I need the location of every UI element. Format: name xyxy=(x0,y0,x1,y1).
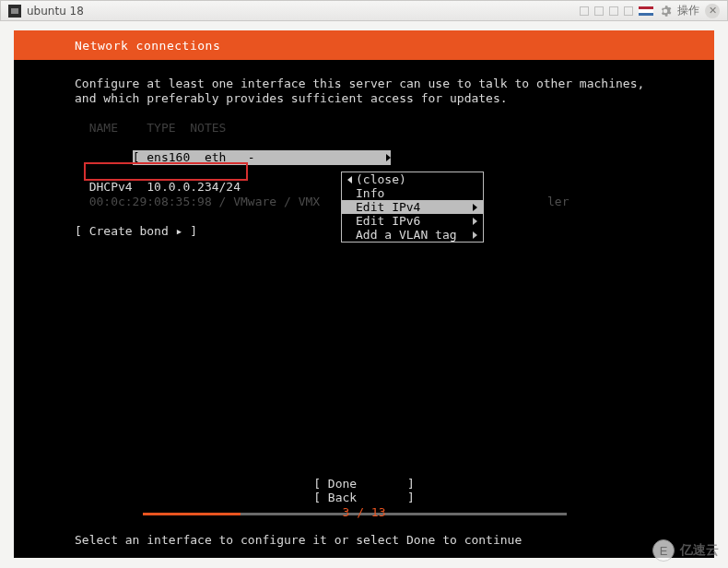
instruction-line-2: and which preferably provides sufficient… xyxy=(75,91,653,106)
menu-edit-ipv4[interactable]: Edit IPv4 xyxy=(342,200,483,214)
table-header: NAME TYPE NOTES xyxy=(75,121,653,136)
chevron-left-icon xyxy=(347,176,352,183)
action-label[interactable]: 操作 xyxy=(677,3,699,18)
menu-info[interactable]: Info xyxy=(342,186,483,200)
flag-icon[interactable] xyxy=(639,6,653,16)
vm-icon xyxy=(8,5,21,18)
gear-icon[interactable] xyxy=(659,5,672,18)
chevron-right-icon xyxy=(386,154,391,161)
watermark-text: 亿速云 xyxy=(680,542,719,559)
watermark-logo-icon: E xyxy=(652,539,675,562)
menu-close[interactable]: (close) xyxy=(342,172,483,186)
back-button[interactable]: [ Back ] xyxy=(14,491,714,504)
watermark: E 亿速云 xyxy=(652,538,719,562)
menu-edit-ipv6[interactable]: Edit IPv6 xyxy=(342,214,483,228)
win-ctl-2[interactable] xyxy=(594,6,604,16)
footer-buttons: [ Done ] [ Back ] xyxy=(14,477,714,504)
progress-bar: 3 / 13 xyxy=(14,506,714,521)
done-button[interactable]: [ Done ] xyxy=(14,477,714,491)
chevron-right-icon xyxy=(473,218,477,225)
chevron-right-icon xyxy=(473,231,477,239)
context-menu: (close) Info Edit IPv4 Edit IPv6 Add a V… xyxy=(341,172,484,243)
win-ctl-3[interactable] xyxy=(609,6,618,16)
vm-titlebar: ubuntu 18 操作 ✕ xyxy=(0,0,728,21)
window-controls: 操作 ✕ xyxy=(580,3,720,18)
window-title: ubuntu 18 xyxy=(27,5,84,18)
page-title: Network connections xyxy=(14,30,714,60)
close-icon[interactable]: ✕ xyxy=(705,4,720,18)
installer-screen: Network connections Configure at least o… xyxy=(14,30,714,558)
menu-add-vlan[interactable]: Add a VLAN tag xyxy=(342,228,483,242)
instruction-line-1: Configure at least one interface this se… xyxy=(75,77,653,91)
help-text: Select an interface to configure it or s… xyxy=(75,533,522,547)
win-ctl-4[interactable] xyxy=(624,6,633,16)
progress-label: 3 / 13 xyxy=(14,505,714,519)
win-ctl-1[interactable] xyxy=(580,6,589,16)
chevron-right-icon xyxy=(473,204,477,211)
